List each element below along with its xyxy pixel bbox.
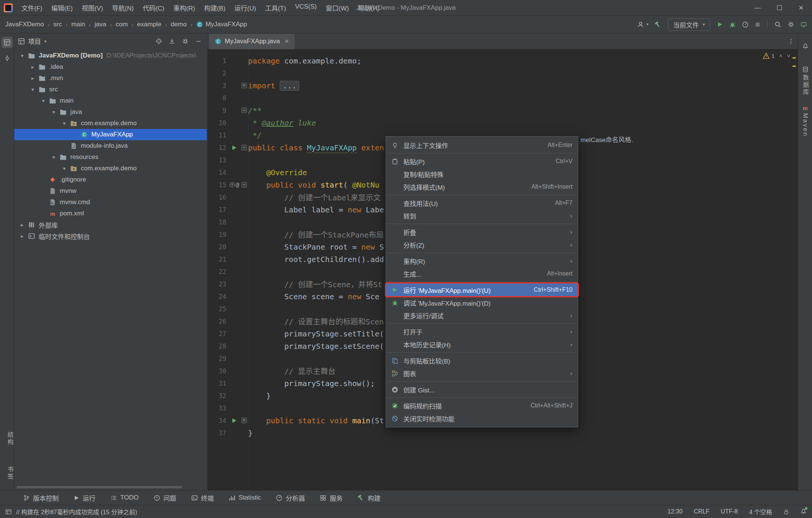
menubar-item[interactable]: 运行(U) xyxy=(230,2,261,14)
breadcrumb-item[interactable]: CMyJavaFXApp xyxy=(196,21,247,28)
tree-item-selected[interactable]: CMyJavaFXApp xyxy=(14,129,207,140)
bookmarks-toolwindow-button[interactable]: 书签 xyxy=(0,466,14,480)
context-menu-item[interactable]: 运行 'MyJavaFXApp.main()'(U)Ctrl+Shift+F10 xyxy=(386,283,578,296)
left-strip-commit-button[interactable] xyxy=(2,53,13,64)
menubar-item[interactable]: 文件(F) xyxy=(17,2,47,14)
context-menu-item[interactable]: 分析(Z)› xyxy=(386,238,578,251)
tree-item[interactable]: ▸.mvn xyxy=(14,73,207,84)
context-menu-item[interactable]: 查找用法(U)Alt+F7 xyxy=(386,197,578,209)
tree-chevron-icon[interactable]: ▸ xyxy=(28,64,38,70)
code-line[interactable]: 2 xyxy=(208,67,798,79)
breadcrumb-item[interactable]: main xyxy=(71,21,85,28)
toolwindow-button-版本控制[interactable]: 版本控制 xyxy=(23,493,59,503)
toolwindow-button-运行[interactable]: 运行 xyxy=(74,493,95,503)
tree-item[interactable]: ▾src xyxy=(14,84,207,95)
notifications-toolwindow-button[interactable] xyxy=(800,40,811,51)
prev-warning-icon[interactable]: ˄ xyxy=(779,53,782,59)
fold-marker[interactable]: + xyxy=(240,83,248,88)
collapse-all-icon[interactable] xyxy=(169,38,175,44)
context-menu-item[interactable]: 图表› xyxy=(386,367,578,380)
breadcrumb-item[interactable]: example xyxy=(137,21,161,28)
breadcrumb-item[interactable]: JavaFXDemo xyxy=(5,21,44,28)
context-menu-item[interactable]: 关闭实时检测功能 xyxy=(386,412,578,425)
context-menu-item[interactable]: 调试 'MyJavaFXApp.main()'(D) xyxy=(386,296,578,309)
context-menu-item[interactable]: 折叠› xyxy=(386,226,578,238)
tree-item[interactable]: ▾com.example.demo xyxy=(14,163,207,174)
tree-item[interactable]: ▸外部库 xyxy=(14,219,207,230)
context-menu-item[interactable]: 重构(R)› xyxy=(386,254,578,267)
inspection-stripe-mark[interactable] xyxy=(792,57,796,59)
context-menu-item[interactable]: 更多运行/调试› xyxy=(386,309,578,322)
context-menu-item[interactable]: 创建 Gist... xyxy=(386,383,578,396)
context-menu-item[interactable]: 复制/粘贴特殊 xyxy=(386,168,578,180)
tree-item[interactable]: .gitignore xyxy=(14,174,207,185)
breadcrumb-item[interactable]: java xyxy=(95,21,106,28)
left-strip-grid-button[interactable] xyxy=(2,37,13,48)
maven-toolwindow-button[interactable]: mMaven xyxy=(798,105,812,137)
menubar-item[interactable]: 编辑(E) xyxy=(47,2,77,14)
tree-item[interactable]: ▸.idea xyxy=(14,61,207,73)
code-line[interactable]: 8 xyxy=(208,92,798,104)
editor-tab[interactable]: C MyJavaFXApp.java ✕ xyxy=(209,34,295,49)
status-message[interactable]: // 构建在 2秒87毫秒内成功完成 (15 分钟之前) xyxy=(16,507,137,516)
toolwindow-button-构建[interactable]: 构建 xyxy=(358,493,380,503)
toolwindow-button-服务[interactable]: 服务 xyxy=(320,493,342,503)
tree-item[interactable]: ▾java xyxy=(14,106,207,118)
tabs-more-icon[interactable] xyxy=(788,38,794,44)
code-line[interactable]: 9−/** xyxy=(208,104,798,117)
tree-chevron-icon[interactable]: ▾ xyxy=(59,120,69,126)
code-line[interactable]: 10 * @author luke xyxy=(208,117,798,129)
maximize-button[interactable] xyxy=(768,0,790,16)
tab-close-icon[interactable]: ✕ xyxy=(284,38,289,45)
overrides-method-icon[interactable] xyxy=(229,182,235,188)
notifications-bell[interactable] xyxy=(800,508,807,516)
tree-item[interactable]: mpom.xml xyxy=(14,208,207,219)
search-icon[interactable] xyxy=(774,21,781,28)
tree-item[interactable]: ▾main xyxy=(14,95,207,106)
code-line[interactable]: 37} xyxy=(208,427,798,439)
tree-item[interactable]: ▾com.example.demo xyxy=(14,118,207,129)
tree-item[interactable]: ▸临时文件和控制台 xyxy=(14,230,207,242)
tree-item[interactable]: ▾JavaFXDemo [Demo]D:\IDEAProjects\JCNCPr… xyxy=(14,50,207,61)
tree-chevron-icon[interactable]: ▾ xyxy=(49,154,59,160)
settings-gear-icon[interactable] xyxy=(788,21,794,28)
user-avatar-icon[interactable] xyxy=(637,21,644,28)
tree-chevron-icon[interactable]: ▾ xyxy=(28,86,38,92)
project-tool-icon[interactable] xyxy=(18,38,25,45)
run-gutter-icon[interactable] xyxy=(231,418,237,424)
fold-plus-icon[interactable]: + xyxy=(241,83,247,88)
next-warning-icon[interactable]: ˅ xyxy=(787,53,790,59)
menubar-item[interactable]: 代码(C) xyxy=(139,2,169,14)
context-menu-item[interactable]: 编码规约扫描Ctrl+Alt+Shift+J xyxy=(386,399,578,412)
context-menu-item[interactable]: 与剪贴板比较(B) xyxy=(386,354,578,367)
toolwindow-button-statistic[interactable]: Statistic xyxy=(229,494,261,501)
encoding-indicator[interactable]: UTF-8 xyxy=(721,508,738,515)
fold-marker[interactable]: − xyxy=(240,108,248,113)
tree-item[interactable]: mvnw.cmd xyxy=(14,197,207,208)
context-menu-item[interactable]: 显示上下文操作Alt+Enter xyxy=(386,139,578,151)
indent-indicator[interactable]: 4 个空格 xyxy=(749,507,772,516)
context-menu-item[interactable]: 列选择模式(M)Alt+Shift+Insert xyxy=(386,180,578,193)
tree-chevron-icon[interactable]: ▾ xyxy=(38,98,48,104)
context-menu-item[interactable]: 粘贴(P)Ctrl+V xyxy=(386,155,578,168)
toolwindow-layout-icon[interactable] xyxy=(5,509,12,515)
database-toolwindow-button[interactable]: 数据库 xyxy=(798,66,812,96)
menubar-item[interactable]: 工具(T) xyxy=(261,2,290,14)
locate-file-icon[interactable] xyxy=(156,38,162,44)
hide-panel-icon[interactable] xyxy=(195,38,201,44)
structure-toolwindow-button[interactable]: 结构 xyxy=(0,432,14,446)
build-hammer-icon[interactable] xyxy=(654,21,661,28)
stop-button[interactable] xyxy=(755,22,760,27)
minimize-button[interactable]: — xyxy=(747,0,768,16)
tree-chevron-icon[interactable]: ▸ xyxy=(28,75,38,81)
menubar-item[interactable]: 构建(B) xyxy=(200,2,230,14)
run-config-select[interactable]: 当前文件 ▾ xyxy=(668,18,710,31)
tree-item[interactable]: mvnw xyxy=(14,185,207,197)
toolwindow-button-分析器[interactable]: 分析器 xyxy=(276,493,305,503)
fold-marker[interactable]: + xyxy=(240,418,248,423)
run-gutter-icon[interactable] xyxy=(231,145,237,151)
lock-icon[interactable] xyxy=(783,509,789,515)
context-menu-item[interactable]: 打开于› xyxy=(386,325,578,338)
context-menu-item[interactable]: 转到› xyxy=(386,209,578,222)
tree-item[interactable]: Jmodule-info.java xyxy=(14,140,207,151)
